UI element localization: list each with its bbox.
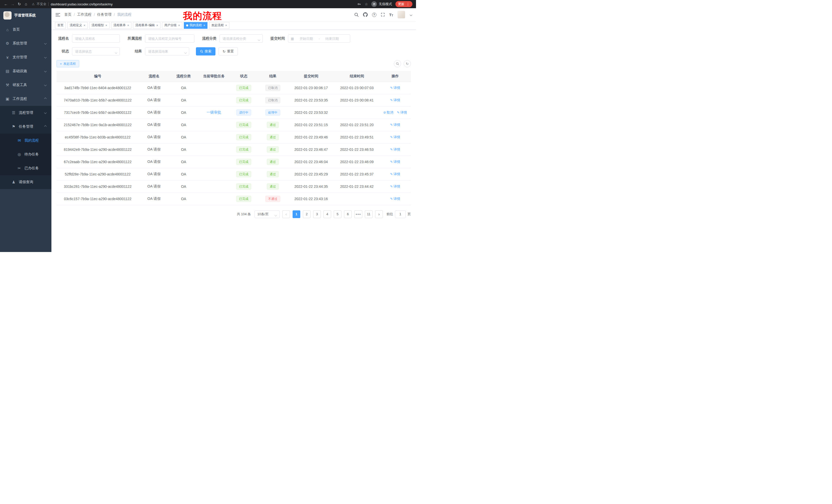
close-icon[interactable]: × [127,24,129,27]
close-icon[interactable]: × [156,24,158,27]
sidebar: 芋道管理系统 ⌂ 首页 ⚙ 系统管理 ¥ 支付管理 ▤ 基础设施 ⚒ 研发工具 … [0,8,51,252]
close-icon[interactable]: × [203,24,205,27]
tab-home[interactable]: 首页 [55,22,66,29]
next-page-button[interactable]: › [375,211,383,218]
close-icon[interactable]: × [83,24,85,27]
breadcrumb-separator: / [114,12,115,17]
start-date-input[interactable] [296,37,316,40]
detail-link[interactable]: ✎详情 [390,98,400,103]
prev-page-button[interactable]: ‹ [282,211,290,218]
category-select[interactable] [219,34,263,43]
status-badge: 已完成 [236,134,251,140]
page-button-3[interactable]: 3 [313,211,321,218]
home-icon[interactable]: ⌂ [23,0,29,8]
process-name-input[interactable] [72,34,120,43]
sidebar-item-leave-query[interactable]: ♟ 请假查询 [0,175,51,189]
show-search-button[interactable] [394,60,401,67]
owner-process-input[interactable] [145,34,194,43]
close-icon[interactable]: × [225,24,227,27]
edit-icon: ✎ [390,123,393,127]
page-size-select[interactable]: 10条/页 [255,211,280,218]
tab-my-process[interactable]: 我的流程 × [184,22,207,29]
chevron-down-icon [44,42,47,45]
sidebar-item-workflow[interactable]: ▣ 工作流程 [0,92,51,106]
start-process-button[interactable]: + 发起流程 [57,60,79,67]
detail-link[interactable]: ✎详情 [390,172,400,176]
github-icon[interactable] [363,12,368,17]
detail-link[interactable]: ✎详情 [390,147,400,152]
sidebar-item-todo-tasks[interactable]: ◎ 待办任务 [0,147,51,161]
chevron-down-icon [115,50,117,54]
reload-icon[interactable]: ↻ [16,0,23,8]
app-logo[interactable]: 芋道管理系统 [0,8,51,23]
sidebar-item-infrastructure[interactable]: ▤ 基础设施 [0,64,51,78]
breadcrumb-workflow[interactable]: 工作流程 [77,12,92,17]
filter-owner-process: 所属流程 [127,34,194,43]
sidebar-item-devtools[interactable]: ⚒ 研发工具 [0,78,51,92]
top-navbar: 首页 / 工作流程 / 任务管理 / 我的流程 ? TT [51,8,416,21]
breadcrumb-task-mgmt[interactable]: 任务管理 [97,12,111,17]
key-icon[interactable] [357,2,361,6]
page-button-4[interactable]: 4 [323,211,331,218]
sidebar-item-system[interactable]: ⚙ 系统管理 [0,36,51,50]
goto-label: 前往 [386,212,393,217]
result-select[interactable] [145,47,189,55]
forward-icon[interactable]: → [9,0,16,8]
bookmark-star-icon[interactable]: ☆ [365,2,368,6]
navbar-tools: ? TT [354,11,412,19]
detail-link[interactable]: ✎详情 [390,184,400,189]
page-button-6[interactable]: 6 [344,211,352,218]
person-icon: ♟ [11,180,16,185]
font-size-icon[interactable]: TT [389,12,393,17]
detail-link[interactable]: ✎详情 [397,110,407,115]
menu-dots-icon[interactable]: ⋮ [406,2,410,6]
close-icon[interactable]: × [178,24,180,27]
status-select[interactable] [72,47,120,55]
sidebar-item-task-mgmt[interactable]: ⚑ 任务管理 [0,120,51,134]
close-icon[interactable]: × [105,24,107,27]
sidebar-item-label: 请假查询 [19,180,33,185]
page-button-11[interactable]: 11 [365,211,372,218]
refresh-button[interactable]: ↻ [404,60,411,67]
end-date-input[interactable] [322,37,342,40]
tab-process-form[interactable]: 流程表单 × [111,22,131,29]
fullscreen-icon[interactable] [381,12,385,17]
current-task-link[interactable]: 一级审批 [207,110,221,114]
sidebar-item-done-tasks[interactable]: ✂ 已办任务 [0,161,51,175]
sidebar-item-home[interactable]: ⌂ 首页 [0,23,51,36]
sidebar-item-payment[interactable]: ¥ 支付管理 [0,50,51,64]
address-bar[interactable]: ⚠ 不安全 dashboard.yudao.iocoder.cn/bpm/tas… [32,2,357,6]
tab-process-form-edit[interactable]: 流程表单-编辑 × [133,22,160,29]
tab-process-definition[interactable]: 流程定义 × [67,22,88,29]
page-button-5[interactable]: 5 [334,211,341,218]
help-icon[interactable]: ? [372,12,376,17]
detail-link[interactable]: ✎详情 [390,86,400,90]
sidebar-item-my-process[interactable]: ✉ 我的流程 [0,134,51,147]
detail-link[interactable]: ✎详情 [390,135,400,139]
detail-link[interactable]: ✎详情 [390,160,400,164]
detail-link[interactable]: ✎详情 [390,197,400,201]
search-icon[interactable] [354,12,359,17]
sidebar-item-process-mgmt[interactable]: ☰ 流程管理 [0,106,51,120]
flag-icon: ⚑ [11,124,16,129]
date-range-picker[interactable]: ▦ - [288,34,350,43]
search-button[interactable]: 搜索 [196,47,215,55]
breadcrumb-home[interactable]: 首页 [64,12,72,17]
avatar[interactable] [397,11,405,19]
tab-user-group[interactable]: 用户分组 × [162,22,182,29]
page-button-1[interactable]: 1 [293,211,300,218]
reset-button[interactable]: ↻ 重置 [218,47,238,55]
back-icon[interactable]: ← [3,0,9,8]
avatar-caret-icon[interactable] [410,14,412,16]
more-pages-button[interactable]: ●●● [354,211,362,218]
cancel-link[interactable]: ⊘取消 [383,110,393,115]
detail-link[interactable]: ✎详情 [390,122,400,127]
tab-process-model[interactable]: 流程模型 × [89,22,109,29]
page-button-2[interactable]: 2 [303,211,311,218]
sidebar-item-label: 我的流程 [24,138,39,143]
tab-start-process[interactable]: 发起流程 × [209,22,229,29]
update-button[interactable]: 更新 ⋮ [395,1,412,7]
goto-page-input[interactable] [395,211,406,218]
table-row: ec45f38f-7b9a-11ec-b03b-acde48001122 OA … [57,131,411,143]
hamburger-icon[interactable] [55,13,60,17]
